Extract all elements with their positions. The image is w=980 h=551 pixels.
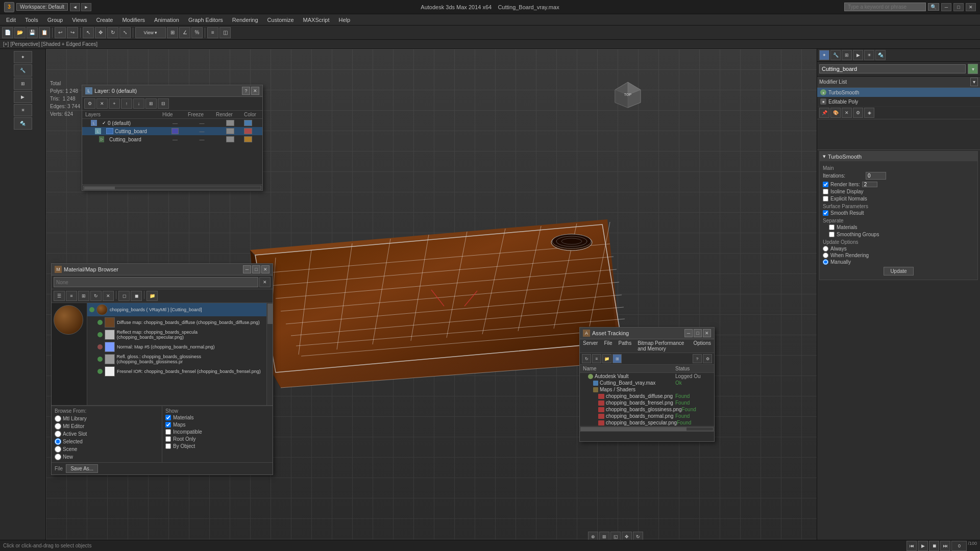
menu-rendering[interactable]: Rendering xyxy=(228,16,262,24)
mat-item-diffuse[interactable]: Diffuse map: chopping_boards_diffuse (ch… xyxy=(87,316,266,329)
at-row-normal[interactable]: chopping_boards_normal.png Found xyxy=(580,413,714,419)
right-icon-create[interactable]: ✦ xyxy=(819,50,829,60)
at-help-btn[interactable]: ? xyxy=(693,354,702,363)
mat-scroll-thumb[interactable] xyxy=(267,304,273,324)
menu-customize[interactable]: Customize xyxy=(263,16,298,24)
at-row-vault[interactable]: Autodesk Vault Logged Ou xyxy=(580,373,714,380)
object-name-input[interactable] xyxy=(819,64,966,73)
at-scrollbar-h[interactable] xyxy=(580,426,714,431)
play-btn[interactable]: ▶ xyxy=(918,541,928,551)
radio-mtl-editor[interactable]: Mtl Editor xyxy=(55,423,159,430)
materials-checkbox[interactable] xyxy=(829,224,835,230)
radio-new[interactable]: New xyxy=(55,454,159,460)
redo-toolbar-btn[interactable]: ↪ xyxy=(67,27,78,38)
layer-add-btn[interactable]: + xyxy=(109,98,120,109)
timeline-btn[interactable]: ⏮ xyxy=(906,541,917,551)
mat-item-main[interactable]: chopping_boards ( VRayMtl ) [Cutting_boa… xyxy=(87,303,266,316)
stop-btn[interactable]: ⏹ xyxy=(929,541,939,551)
pin-stack-btn[interactable]: 📌 xyxy=(819,108,829,118)
at-grid-btn[interactable]: ⊞ xyxy=(612,354,622,363)
menu-create[interactable]: Create xyxy=(92,16,117,24)
mat-item-normal[interactable]: Normal: Map #5 (chopping_boards_normal.p… xyxy=(87,341,266,353)
mat-item-reflect[interactable]: Reflect map: chopping_boards_specula (ch… xyxy=(87,329,266,341)
layer-color-cutting[interactable] xyxy=(244,128,252,134)
at-refresh-btn[interactable]: ↻ xyxy=(582,354,591,363)
modifier-item-turbosmooth[interactable]: ● TurboSmooth xyxy=(817,88,980,97)
show-maps[interactable]: Maps xyxy=(165,422,270,428)
menu-maxscript[interactable]: MAXScript xyxy=(299,16,334,24)
layer-mgr-btn[interactable]: ≡ xyxy=(207,27,218,38)
frame-input[interactable] xyxy=(951,541,967,551)
mat-refresh-btn[interactable]: ↻ xyxy=(90,291,102,301)
at-menu-server[interactable]: Server xyxy=(580,339,601,353)
at-folder-btn[interactable]: 📁 xyxy=(602,354,611,363)
at-menu-file[interactable]: File xyxy=(601,339,615,353)
restore-button[interactable]: □ xyxy=(953,3,964,11)
undo-btn[interactable]: ◄ xyxy=(70,3,80,11)
mat-minimize-btn[interactable]: ─ xyxy=(243,265,251,273)
mat-view-list-btn[interactable]: ≡ xyxy=(66,291,77,301)
select-btn[interactable]: ↖ xyxy=(83,27,94,38)
redo-btn[interactable]: ► xyxy=(81,3,91,11)
show-materials[interactable]: Materials xyxy=(165,415,270,420)
menu-tools[interactable]: Tools xyxy=(21,16,42,24)
mat-bump-btn[interactable]: ◻ xyxy=(118,291,130,301)
at-row-specular[interactable]: chopping_boards_specular.png Found xyxy=(580,419,714,426)
ref-coord-btn[interactable]: View ▾ xyxy=(135,27,166,38)
mat-search-input[interactable] xyxy=(54,277,258,287)
modify-btn[interactable]: 🔧 xyxy=(14,64,32,77)
rotate-btn[interactable]: ↻ xyxy=(107,27,118,38)
mat-folder-btn[interactable]: 📁 xyxy=(146,291,158,301)
configure-btn[interactable]: ⚙ xyxy=(853,108,863,118)
mat-close-btn[interactable]: ✕ xyxy=(261,265,270,273)
at-row-maps-folder[interactable]: Maps / Shaders xyxy=(580,386,714,393)
render-iters-input[interactable] xyxy=(862,182,877,187)
at-list-btn[interactable]: ≡ xyxy=(592,354,601,363)
save-copy-btn[interactable]: 📋 xyxy=(39,27,50,38)
at-row-max-file[interactable]: Cutting_Board_vray.max Ok xyxy=(580,380,714,386)
always-radio[interactable] xyxy=(823,246,828,252)
utilities-btn[interactable]: 🔩 xyxy=(14,117,32,130)
right-icon-utilities[interactable]: 🔩 xyxy=(875,50,886,60)
scale-btn[interactable]: ⤡ xyxy=(119,27,131,38)
at-minimize-btn[interactable]: ─ xyxy=(684,329,693,337)
next-frame-btn[interactable]: ⏭ xyxy=(940,541,950,551)
menu-help[interactable]: Help xyxy=(335,16,355,24)
display-btn[interactable]: ☀ xyxy=(14,104,32,116)
at-menu-options[interactable]: Options xyxy=(691,339,714,353)
ribbon-btn[interactable]: ◫ xyxy=(219,27,231,38)
create-btn[interactable]: ✦ xyxy=(14,51,32,63)
radio-mtl-library[interactable]: Mtl Library xyxy=(55,415,159,422)
modifier-list-dropdown[interactable]: ▾ xyxy=(970,78,978,86)
layer-scrollbar[interactable] xyxy=(82,184,262,190)
layer-select-all-btn[interactable]: ⊞ xyxy=(145,98,157,109)
show-by-object[interactable]: By Object xyxy=(165,443,270,449)
close-button[interactable]: ✕ xyxy=(966,3,976,11)
search-button[interactable]: 🔍 xyxy=(928,3,939,11)
menu-animation[interactable]: Animation xyxy=(150,16,183,24)
layer-move-up-btn[interactable]: ↑ xyxy=(121,98,132,109)
update-btn[interactable]: Update xyxy=(884,267,913,276)
layer-color-default[interactable] xyxy=(244,120,252,126)
at-maximize-btn[interactable]: □ xyxy=(694,329,702,337)
when-rendering-radio[interactable] xyxy=(823,253,828,258)
at-row-frensel[interactable]: chopping_boards_frensel.png Found xyxy=(580,399,714,406)
mat-scrollbar-v[interactable] xyxy=(266,303,273,405)
undo-toolbar-btn[interactable]: ↩ xyxy=(55,27,66,38)
navigation-cube[interactable]: TOP xyxy=(612,80,643,110)
smoothing-groups-checkbox[interactable] xyxy=(829,232,835,237)
right-icon-display[interactable]: ☀ xyxy=(864,50,874,60)
open-btn[interactable]: 📂 xyxy=(14,27,26,38)
layer-row-cutting-board-obj[interactable]: ▷ Cutting_board — — xyxy=(82,135,262,143)
layer-settings-btn[interactable]: ⚙ xyxy=(84,98,95,109)
right-icon-motion[interactable]: ▶ xyxy=(853,50,863,60)
at-row-gloss[interactable]: chopping_boards_glossiness.png Found xyxy=(580,406,714,413)
mat-item-gloss[interactable]: Refl. gloss.: chopping_boards_glossiness… xyxy=(87,353,266,365)
mat-item-fresnel[interactable]: Fresnel IOR: chopping_boards_frensel (ch… xyxy=(87,365,266,378)
at-menu-bitmap[interactable]: Bitmap Performance and Memory xyxy=(634,339,690,353)
snap-btn[interactable]: ⊞ xyxy=(167,27,178,38)
layer-close-btn[interactable]: ✕ xyxy=(251,87,259,95)
layer-row-default[interactable]: L ✓ 0 (default) — — xyxy=(82,119,262,127)
layer-color-obj[interactable] xyxy=(244,136,252,142)
active-color-btn[interactable]: 🎨 xyxy=(830,108,841,118)
